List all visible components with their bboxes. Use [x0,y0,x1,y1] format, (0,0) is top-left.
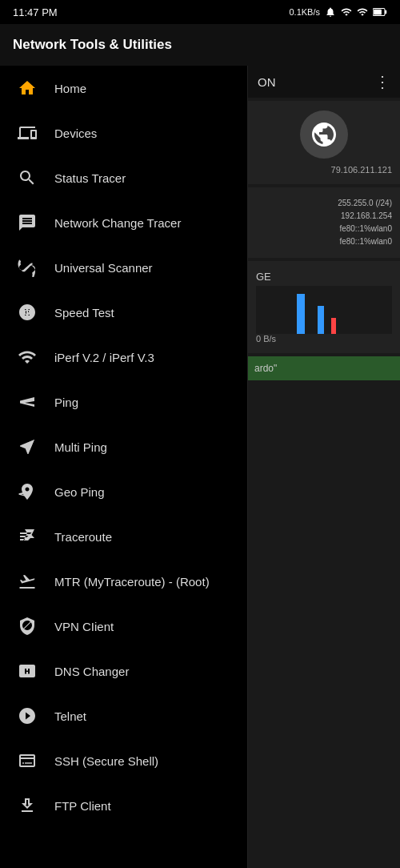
app-header: Network Tools & Utilities [0,24,400,66]
on-label: ON [258,75,276,89]
svg-rect-2 [385,10,386,14]
sidebar-item-status-tracer[interactable]: Status Tracer [0,155,247,200]
speed-test-icon [16,301,38,323]
wifi-icon [357,6,368,18]
chart-bar-blue-2 [318,306,324,334]
content-area: ON ⋮ 79.106.211.121 255.255.0 (/24) 192.… [248,66,400,868]
ip-address: 79.106.211.121 [256,165,392,175]
network-info-block: 255.255.0 (/24) 192.168.1.254 fe80::1%wl… [248,187,400,258]
ardo-text: ardo" [254,363,394,374]
ping-icon [16,391,38,413]
network-speed: 0.1KB/s [289,7,320,17]
main-layout: Home Devices Status Tracer Network Chang… [0,66,400,868]
sidebar-item-label-status-tracer: Status Tracer [54,171,126,185]
ge-label: GE [256,271,392,283]
ardo-block: ardo" [248,356,400,380]
sidebar-item-label-geo-ping: Geo Ping [54,485,105,499]
sidebar-item-geo-ping[interactable]: Geo Ping [0,469,247,514]
mtr-icon [16,570,38,593]
battery-icon [373,6,387,18]
sidebar-item-home[interactable]: Home [0,66,247,111]
more-options-button[interactable]: ⋮ [374,72,390,91]
globe-circle [300,111,348,159]
iperf-icon [16,346,38,368]
ip-info-block: 79.106.211.121 [248,101,400,184]
svg-rect-1 [374,10,382,15]
home-icon [16,77,38,99]
sidebar-item-label-multi-ping: Multi Ping [54,440,107,454]
traceroute-icon [16,525,38,548]
devices-icon [16,122,38,144]
sidebar-item-telnet[interactable]: Telnet [0,693,247,738]
traffic-chart [256,286,392,334]
sidebar-item-universal-scanner[interactable]: Universal Scanner [0,245,247,290]
sidebar-item-label-ping: Ping [54,396,78,409]
sidebar-item-label-ssh: SSH (Secure Shell) [54,754,158,768]
ftp-client-icon [16,794,38,817]
sidebar-item-label-telnet: Telnet [54,709,86,723]
sidebar-item-label-vpn-client: VPN CIient [54,620,114,633]
vpn-client-icon [16,615,38,637]
sidebar-item-label-devices: Devices [54,127,97,140]
status-tracer-icon [16,167,38,189]
multi-ping-icon [16,436,38,458]
sidebar-item-network-change-tracer[interactable]: Network Change Tracer [0,200,247,245]
sidebar-item-label-speed-test: Speed Test [54,306,114,319]
app-title: Network Tools & Utilities [13,37,172,53]
sidebar-item-ping[interactable]: Ping [0,380,247,424]
content-top-bar: ON ⋮ [248,66,400,98]
sidebar-item-label-universal-scanner: Universal Scanner [54,261,153,275]
sidebar-item-traceroute[interactable]: Traceroute [0,514,247,559]
universal-scanner-icon [16,256,38,279]
network-details: 255.255.0 (/24) 192.168.1.254 fe80::1%wl… [256,197,392,248]
chart-bar-red [331,318,336,334]
sidebar-item-label-dns-changer: DNS Changer [54,665,129,678]
geo-ping-icon [16,480,38,503]
network-change-tracer-icon [16,211,38,234]
globe-icon [310,120,338,149]
sidebar-item-vpn-client[interactable]: VPN CIient [0,604,247,649]
sidebar-item-label-mtr: MTR (MyTraceroute) - (Root) [54,575,210,589]
sidebar-item-label-traceroute: Traceroute [54,530,112,544]
sidebar-item-label-home: Home [54,82,86,95]
sidebar-item-label-network-change-tracer: Network Change Tracer [54,216,181,230]
sidebar-item-ssh[interactable]: SSH (Secure Shell) [0,738,247,783]
sidebar-item-label-ftp-client: FTP Client [54,799,111,813]
chart-block: GE 0 B/s [248,261,400,353]
ssh-icon [16,749,38,772]
sidebar-item-ftp-client[interactable]: FTP Client [0,783,247,828]
status-time: 11:47 PM [13,6,58,18]
sidebar-item-dns-changer[interactable]: DNS Changer [0,649,247,693]
sidebar-item-iperf[interactable]: iPerf V.2 / iPerf V.3 [0,335,247,380]
sidebar-item-mtr[interactable]: MTR (MyTraceroute) - (Root) [0,559,247,604]
status-bar: 11:47 PM 0.1KB/s [0,0,400,24]
chart-bar-blue-1 [297,294,305,334]
status-right: 0.1KB/s [289,6,387,18]
sidebar-item-multi-ping[interactable]: Multi Ping [0,424,247,469]
signal-icon [341,6,352,18]
alarm-icon [325,6,336,18]
navigation-drawer: Home Devices Status Tracer Network Chang… [0,66,248,868]
sidebar-item-devices[interactable]: Devices [0,111,247,155]
dns-changer-icon [16,660,38,682]
sidebar-item-label-iperf: iPerf V.2 / iPerf V.3 [54,351,154,364]
bps-label: 0 B/s [256,334,392,344]
sidebar-item-speed-test[interactable]: Speed Test [0,290,247,335]
telnet-icon [16,705,38,727]
